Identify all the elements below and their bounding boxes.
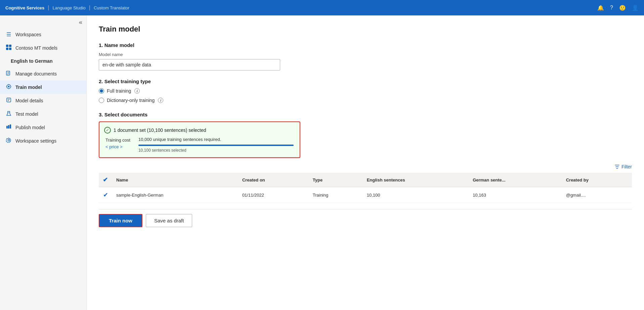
svg-rect-5 xyxy=(7,72,9,72)
row-english-sentences: 10,100 xyxy=(363,187,469,203)
svg-rect-6 xyxy=(7,73,9,73)
svg-rect-20 xyxy=(10,124,11,128)
nav-sep-2: | xyxy=(89,5,90,11)
training-cost-price[interactable]: < price > xyxy=(105,144,123,149)
custom-translator-link[interactable]: Custom Translator xyxy=(94,5,129,10)
action-bar: Train now Save as draft xyxy=(99,209,632,230)
radio-full-training[interactable]: Full training i xyxy=(99,88,632,94)
sidebar-item-test-model[interactable]: Test model xyxy=(0,107,86,121)
sidebar-collapse-button[interactable]: « xyxy=(79,19,82,26)
radio-dict-training-input[interactable] xyxy=(99,98,104,103)
training-cost-block: Training cost < price > xyxy=(105,137,130,153)
svg-rect-18 xyxy=(6,126,8,128)
full-training-info-icon[interactable]: i xyxy=(134,88,140,94)
svg-rect-19 xyxy=(8,125,9,128)
nav-sep-1: | xyxy=(48,5,49,11)
page-title: Train model xyxy=(99,25,632,34)
sidebar-item-label: Workspaces xyxy=(15,32,41,37)
svg-rect-14 xyxy=(7,98,11,102)
contoso-icon xyxy=(5,44,12,52)
svg-point-9 xyxy=(8,86,10,88)
workspaces-icon: ☰ xyxy=(5,31,12,38)
progress-bar-fill xyxy=(138,145,294,146)
sidebar-item-publish-model[interactable]: Publish model xyxy=(0,121,86,134)
svg-rect-0 xyxy=(6,45,8,47)
model-name-label: Model name xyxy=(99,52,632,57)
col-type: Type xyxy=(309,173,363,187)
row-created-by: @gmail.... xyxy=(562,187,632,203)
row-check-cell[interactable]: ✔ xyxy=(99,187,112,203)
help-icon[interactable]: ? xyxy=(610,5,613,11)
row-created-on: 01/11/2022 xyxy=(238,187,309,203)
sidebar-item-manage-docs[interactable]: Manage documents xyxy=(0,67,86,81)
training-type-radio-group: Full training i Dictionary-only training… xyxy=(99,88,632,103)
language-studio-link[interactable]: Language Studio xyxy=(52,5,85,10)
row-name: sample-English-German xyxy=(112,187,238,203)
check-mark: ✓ xyxy=(106,128,109,133)
section2-heading: 2. Select training type xyxy=(99,79,632,84)
sidebar-contoso-label: Contoso MT models xyxy=(15,45,57,51)
sidebar-item-workspace-settings[interactable]: Workspace settings xyxy=(0,134,86,148)
model-details-icon xyxy=(5,97,12,104)
sidebar: « ☰ Workspaces Contoso MT models English… xyxy=(0,15,87,310)
top-nav-right: 🔔 ? 🙂 👤 xyxy=(597,5,639,11)
section-select-docs: 3. Select documents ✓ 1 document set (10… xyxy=(99,112,632,203)
check-circle-icon: ✓ xyxy=(104,127,111,134)
training-cost-text: Training cost xyxy=(105,138,130,143)
row-checkbox[interactable]: ✔ xyxy=(103,192,108,198)
model-name-input[interactable] xyxy=(99,59,280,70)
col-name: Name xyxy=(112,173,238,187)
test-model-icon xyxy=(5,111,12,117)
sidebar-item-english-german[interactable]: English to German xyxy=(0,55,86,67)
filter-button[interactable]: Filter xyxy=(614,164,632,169)
sidebar-item-model-details[interactable]: Model details xyxy=(0,94,86,107)
svg-point-21 xyxy=(8,140,10,141)
sidebar-item-contoso[interactable]: Contoso MT models xyxy=(0,41,86,55)
workspace-settings-label: Workspace settings xyxy=(15,138,56,144)
sidebar-item-train-model[interactable]: Train model xyxy=(0,81,86,94)
sidebar-collapse-area: « xyxy=(0,15,86,28)
header-checkbox[interactable]: ✔ xyxy=(103,176,108,183)
summary-text: 1 document set (10,100 sentences) select… xyxy=(114,127,206,133)
publish-model-label: Publish model xyxy=(15,125,45,130)
user-face-icon[interactable]: 🙂 xyxy=(619,5,626,11)
main-content: Train model 1. Name model Model name 2. … xyxy=(87,15,644,310)
english-german-label: English to German xyxy=(11,58,52,64)
train-model-icon xyxy=(5,84,12,91)
model-details-label: Model details xyxy=(15,98,43,103)
col-english-sentences: English sentences xyxy=(363,173,469,187)
account-icon[interactable]: 👤 xyxy=(632,5,639,11)
summary-details: Training cost < price > 10,000 unique tr… xyxy=(104,137,294,153)
filter-icon xyxy=(614,164,620,169)
row-type: Training xyxy=(309,187,363,203)
progress-count: 10,100 sentences selected xyxy=(138,148,294,153)
col-created-by: Created by xyxy=(562,173,632,187)
table-row: ✔ sample-English-German 01/11/2022 Train… xyxy=(99,187,632,203)
col-check: ✔ xyxy=(99,173,112,187)
radio-dict-training[interactable]: Dictionary-only training i xyxy=(99,98,632,103)
svg-rect-2 xyxy=(6,48,8,50)
top-nav: Cognitive Services | Language Studio | C… xyxy=(0,0,644,15)
filter-row: Filter xyxy=(99,164,632,169)
table-body: ✔ sample-English-German 01/11/2022 Train… xyxy=(99,187,632,203)
manage-docs-icon xyxy=(5,70,12,77)
row-german-sentences: 10,163 xyxy=(469,187,562,203)
radio-full-training-label: Full training xyxy=(107,88,131,94)
save-as-draft-button[interactable]: Save as draft xyxy=(146,214,192,227)
progress-container: 10,000 unique training sentences require… xyxy=(138,137,294,153)
svg-rect-7 xyxy=(7,74,8,74)
radio-full-training-input[interactable] xyxy=(99,88,104,94)
dict-training-info-icon[interactable]: i xyxy=(158,98,163,103)
progress-desc: 10,000 unique training sentences require… xyxy=(138,137,294,142)
table-header: ✔ Name Created on Type English sentences… xyxy=(99,173,632,187)
filter-label: Filter xyxy=(621,164,632,169)
summary-top: ✓ 1 document set (10,100 sentences) sele… xyxy=(104,127,294,134)
col-german-sentences: German sente... xyxy=(469,173,562,187)
layout: « ☰ Workspaces Contoso MT models English… xyxy=(0,15,644,310)
manage-docs-label: Manage documents xyxy=(15,71,57,76)
train-now-button[interactable]: Train now xyxy=(99,214,142,227)
section-name-model: 1. Name model Model name xyxy=(99,42,632,79)
notifications-icon[interactable]: 🔔 xyxy=(597,5,604,11)
sidebar-item-workspaces[interactable]: ☰ Workspaces xyxy=(0,28,86,41)
documents-table: ✔ Name Created on Type English sentences… xyxy=(99,173,632,203)
